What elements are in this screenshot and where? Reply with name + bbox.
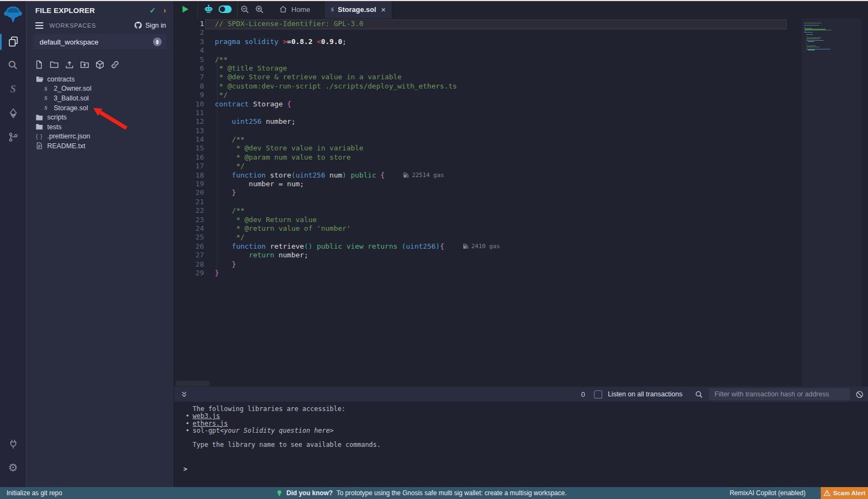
transaction-count: 0 bbox=[581, 390, 585, 399]
zoom-out-icon[interactable] bbox=[240, 5, 250, 14]
code-editor[interactable]: 1// SPDX-License-Identifier: GPL-3.023pr… bbox=[174, 18, 868, 387]
new-file-icon[interactable] bbox=[35, 60, 44, 70]
code-text: * @dev Store value in variable bbox=[215, 144, 363, 153]
tree-item-scripts[interactable]: scripts bbox=[27, 112, 174, 122]
tree-item-storage-sol[interactable]: SStorage.sol bbox=[27, 103, 174, 113]
code-line[interactable]: 18 function store(uint256 num) public {2… bbox=[174, 171, 500, 180]
new-folder-icon[interactable] bbox=[49, 60, 59, 70]
code-line[interactable]: 14 /** bbox=[174, 135, 500, 144]
close-tab-icon[interactable]: × bbox=[381, 5, 386, 14]
code-line[interactable]: 22 /** bbox=[174, 206, 500, 215]
remix-logo-icon[interactable] bbox=[0, 1, 26, 29]
tree-item-label: README.txt bbox=[47, 142, 85, 150]
remixai-toggle[interactable] bbox=[219, 5, 232, 13]
file-tree: contractsS2_Owner.solS3_Ballot.solSStora… bbox=[27, 74, 174, 151]
code-line[interactable]: 2 bbox=[174, 28, 500, 37]
git-icon[interactable] bbox=[0, 125, 26, 149]
code-line[interactable]: 29} bbox=[174, 269, 500, 277]
search-icon[interactable] bbox=[0, 53, 26, 77]
file-toolbar bbox=[27, 49, 174, 74]
folder-icon bbox=[35, 115, 43, 121]
file-explorer-icon[interactable] bbox=[0, 29, 26, 53]
run-script-button[interactable] bbox=[180, 4, 190, 14]
code-line[interactable]: 19 number = num; bbox=[174, 180, 500, 188]
zoom-in-icon[interactable] bbox=[255, 5, 264, 14]
code-line[interactable]: 17 */ bbox=[174, 162, 500, 170]
code-line[interactable]: 24 * @return value of 'number' bbox=[174, 224, 500, 233]
terminal-search-icon[interactable] bbox=[695, 390, 703, 399]
scam-alert-button[interactable]: Scam Alert bbox=[821, 487, 868, 499]
panel-title: FILE EXPLORER bbox=[35, 7, 150, 15]
code-text: /** bbox=[215, 55, 227, 64]
link-icon[interactable] bbox=[110, 60, 120, 70]
tree-item-contracts[interactable]: contracts bbox=[27, 74, 174, 84]
terminal-prompt[interactable]: > bbox=[183, 465, 187, 473]
folder-icon bbox=[35, 124, 43, 130]
cube-icon[interactable] bbox=[95, 60, 105, 70]
status-bar: Initialize as git repo Did you know? To … bbox=[0, 487, 868, 499]
code-line[interactable]: 5/** bbox=[174, 55, 500, 64]
settings-gear-icon[interactable]: ⚙ bbox=[0, 456, 26, 479]
solidity-compiler-icon[interactable]: S bbox=[0, 77, 26, 101]
tab-storage-sol[interactable]: S Storage.sol × bbox=[325, 0, 392, 18]
code-line[interactable]: 15 * @dev Store value in variable bbox=[174, 144, 500, 153]
clear-console-icon[interactable] bbox=[856, 390, 864, 399]
library-link[interactable]: ethers.js bbox=[193, 420, 228, 427]
code-line[interactable]: 10contract Storage { bbox=[174, 100, 500, 109]
remixai-robot-icon[interactable] bbox=[203, 4, 214, 15]
code-line[interactable]: 28 } bbox=[174, 260, 500, 269]
code-line[interactable]: 23 * @dev Return value bbox=[174, 216, 500, 224]
code-line[interactable]: 21 bbox=[174, 198, 500, 206]
workspaces-menu-icon[interactable] bbox=[35, 22, 43, 29]
listen-all-transactions-checkbox[interactable] bbox=[594, 390, 602, 399]
code-line[interactable]: 9 */ bbox=[174, 91, 500, 99]
line-number: 20 bbox=[174, 188, 204, 197]
code-line[interactable]: 12 uint256 number; bbox=[174, 117, 500, 126]
plugin-manager-icon[interactable] bbox=[0, 432, 26, 456]
collapse-terminal-icon[interactable] bbox=[181, 390, 188, 398]
code-line[interactable]: 11 bbox=[174, 109, 500, 117]
tree-item--prettierrc-json[interactable]: { }.prettierrc.json bbox=[27, 132, 174, 142]
minimap[interactable] bbox=[802, 18, 861, 387]
tree-item-3-ballot-sol[interactable]: S3_Ballot.sol bbox=[27, 93, 174, 103]
git-init-button[interactable]: Initialize as git repo bbox=[7, 487, 62, 499]
code-text: * @dev Store & retrieve value in a varia… bbox=[215, 73, 401, 81]
code-line[interactable]: 27 return number; bbox=[174, 251, 500, 260]
upload-folder-icon[interactable] bbox=[80, 60, 90, 70]
library-link[interactable]: web3.js bbox=[193, 413, 220, 420]
code-line[interactable]: 6 * @title Storage bbox=[174, 64, 500, 73]
line-number: 6 bbox=[174, 64, 204, 73]
code-line[interactable]: 1// SPDX-License-Identifier: GPL-3.0 bbox=[174, 20, 500, 28]
copilot-status[interactable]: RemixAI Copilot (enabled) bbox=[730, 487, 806, 499]
bullet: • bbox=[186, 427, 193, 434]
tabbar-separator bbox=[237, 0, 238, 18]
minimap-line bbox=[806, 50, 807, 51]
line-number: 12 bbox=[174, 117, 204, 126]
minimap-line bbox=[807, 48, 808, 48]
filter-transactions-input[interactable] bbox=[709, 388, 850, 400]
code-line[interactable]: 3pragma solidity >=0.8.2 <0.9.0; bbox=[174, 37, 500, 46]
tab-home[interactable]: Home bbox=[279, 5, 310, 14]
code-line[interactable]: 25 */ bbox=[174, 233, 500, 242]
terminal[interactable]: The following libraries are accessible:•… bbox=[174, 402, 868, 487]
horizontal-scrollbar-thumb[interactable] bbox=[176, 381, 209, 386]
line-number: 19 bbox=[174, 180, 204, 188]
code-text: * @custom:dev-run-script ./scripts/deplo… bbox=[215, 82, 457, 91]
code-line[interactable]: 26 function retrieve() public view retur… bbox=[174, 242, 500, 251]
github-sign-in[interactable]: Sign in bbox=[134, 21, 166, 29]
code-line[interactable]: 16 * @param num value to store bbox=[174, 153, 500, 162]
workspace-select-caret-icon bbox=[153, 37, 162, 46]
workspace-select[interactable]: default_workspace bbox=[34, 34, 167, 49]
deploy-run-icon[interactable] bbox=[0, 101, 26, 125]
tree-item-tests[interactable]: tests bbox=[27, 122, 174, 132]
code-line[interactable]: 8 * @custom:dev-run-script ./scripts/dep… bbox=[174, 82, 500, 91]
code-line[interactable]: 7 * @dev Store & retrieve value in a var… bbox=[174, 73, 500, 81]
code-line[interactable]: 13 bbox=[174, 127, 500, 135]
minimap-line bbox=[804, 25, 819, 26]
tree-item-readme-txt[interactable]: README.txt bbox=[27, 141, 174, 151]
code-line[interactable]: 4 bbox=[174, 46, 500, 55]
tree-item-2-owner-sol[interactable]: S2_Owner.sol bbox=[27, 84, 174, 94]
code-line[interactable]: 20 } bbox=[174, 188, 500, 197]
chevron-right-icon[interactable]: › bbox=[163, 6, 166, 15]
upload-file-icon[interactable] bbox=[65, 60, 74, 70]
